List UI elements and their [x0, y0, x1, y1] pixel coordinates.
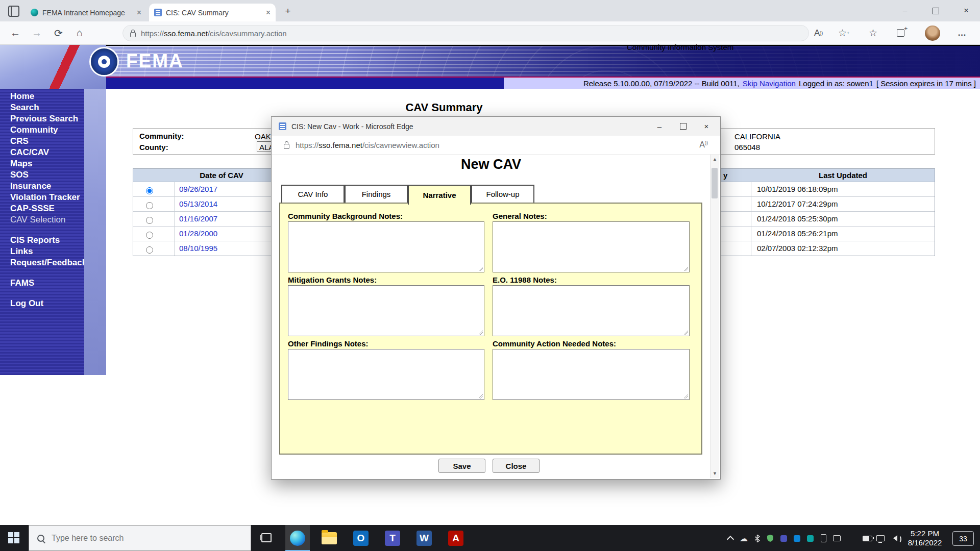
app-tray-icon[interactable] — [803, 532, 817, 545]
tab-cav-info[interactable]: CAV Info — [281, 185, 345, 204]
address-bar[interactable]: https://sso.fema.net/cis/cavsummary.acti… — [122, 25, 809, 41]
back-icon[interactable]: ← — [10, 21, 20, 44]
window-minimize-button[interactable]: – — [893, 0, 917, 21]
sidebar-item-crs[interactable]: CRS — [0, 136, 84, 147]
release-bar: Release 5.10.00.00, 07/19/2022 -- Build … — [106, 78, 980, 89]
battery-icon[interactable] — [861, 532, 874, 545]
tab-title: FEMA Intranet Homepage — [42, 9, 125, 17]
sidebar-item-search[interactable]: Search — [0, 102, 84, 113]
task-view-icon[interactable] — [261, 533, 272, 542]
sidebar-item-log-out[interactable]: Log Out — [0, 298, 84, 309]
scroll-up-icon[interactable]: ▲ — [710, 157, 719, 162]
sidebar-item-sos[interactable]: SOS — [0, 169, 84, 181]
sidebar-item-violation-tracker[interactable]: Violation Tracker — [0, 192, 84, 203]
taskbar-clock[interactable]: 5:22 PM 8/16/2022 — [903, 529, 946, 547]
community-background-notes-textarea[interactable] — [288, 221, 484, 272]
camera-icon[interactable] — [830, 532, 843, 545]
taskbar-app-outlook[interactable]: O — [349, 525, 373, 551]
tab-close-icon[interactable]: × — [137, 9, 141, 17]
cav-row-radio[interactable] — [146, 202, 153, 209]
cav-row-radio[interactable] — [146, 217, 153, 224]
onedrive-icon[interactable]: ☁ — [737, 532, 750, 545]
general-notes-textarea[interactable] — [493, 221, 690, 272]
notification-center-icon[interactable]: 33 — [952, 531, 974, 546]
teams-tray-icon[interactable] — [777, 532, 790, 545]
sidebar-item-cap-ssse[interactable]: CAP-SSSE — [0, 203, 84, 214]
sidebar-item-cac-cav[interactable]: CAC/CAV — [0, 147, 84, 158]
sidebar-item-community[interactable]: Community — [0, 124, 84, 136]
scrollbar-thumb[interactable] — [712, 168, 718, 198]
community-value: OAK — [255, 132, 271, 141]
cav-row-radio[interactable] — [146, 246, 153, 254]
community-action-needed-notes-textarea[interactable] — [493, 349, 690, 400]
other-findings-notes-textarea[interactable] — [288, 349, 484, 400]
browser-tab-fema-intranet[interactable]: FEMA Intranet Homepage × — [26, 4, 146, 21]
popup-title-bar[interactable]: CIS: New Cav - Work - Microsoft Edge – × — [272, 117, 720, 136]
network-icon[interactable] — [874, 532, 887, 545]
mitigation-grants-notes-textarea[interactable] — [288, 285, 484, 336]
tab-narrative[interactable]: Narrative — [408, 185, 471, 205]
cav-date-link[interactable]: 09/26/2017 — [179, 185, 217, 193]
release-bar-filler — [106, 78, 504, 89]
cav-date-link[interactable]: 01/16/2007 — [179, 214, 217, 223]
volume-icon[interactable] — [887, 532, 900, 545]
read-aloud-icon[interactable]: A)) — [699, 140, 708, 149]
collections-icon[interactable] — [897, 21, 904, 44]
taskbar-search-box[interactable] — [29, 525, 251, 551]
sidebar-item-links[interactable]: Links — [0, 246, 84, 257]
eo-11988-notes-textarea[interactable] — [493, 285, 690, 336]
profile-avatar[interactable] — [925, 26, 940, 41]
tab-title: CIS: CAV Summary — [166, 9, 229, 17]
cav-date-link[interactable]: 05/13/2014 — [179, 199, 217, 208]
sync-tray-icon[interactable] — [790, 532, 803, 545]
tab-actions-icon[interactable] — [8, 6, 19, 17]
sidebar-item-fams[interactable]: FAMS — [0, 278, 84, 289]
cav-row-radio[interactable] — [146, 232, 153, 239]
browser-menu-icon[interactable]: … — [958, 21, 966, 44]
sidebar-item-previous-search[interactable]: Previous Search — [0, 113, 84, 124]
home-icon[interactable]: ⌂ — [77, 21, 83, 44]
tab-follow-up[interactable]: Follow-up — [471, 185, 534, 204]
popup-close-button[interactable]: × — [695, 117, 718, 135]
sidebar-item-home[interactable]: Home — [0, 91, 84, 102]
tray-chevron-up-icon[interactable] — [724, 532, 737, 545]
cav-row-radio[interactable] — [146, 187, 153, 194]
taskbar-app-acrobat[interactable]: A — [444, 525, 468, 551]
start-button[interactable] — [8, 532, 19, 543]
security-shield-icon[interactable] — [764, 532, 777, 545]
popup-url: https://sso.fema.net/cis/cavnewview.acti… — [296, 141, 439, 149]
scroll-down-icon[interactable]: ▼ — [710, 471, 719, 476]
cav-date-link[interactable]: 01/28/2000 — [179, 229, 217, 238]
read-aloud-icon[interactable]: A)) — [814, 21, 823, 44]
popup-maximize-button[interactable] — [671, 117, 695, 135]
favorites-icon[interactable]: ☆ — [869, 21, 877, 44]
sidebar-item-cav-selection[interactable]: CAV Selection — [0, 214, 84, 226]
phone-icon[interactable] — [817, 532, 830, 545]
window-close-button[interactable]: × — [954, 0, 978, 21]
community-action-needed-notes-label: Community Action Needed Notes: — [493, 339, 616, 348]
close-button[interactable]: Close — [493, 459, 540, 473]
add-favorite-icon[interactable]: ☆+ — [838, 21, 849, 44]
sidebar-item-request-feedback[interactable]: Request/Feedback — [0, 257, 84, 268]
taskbar-app-edge[interactable] — [285, 525, 310, 551]
tab-close-icon[interactable]: × — [266, 9, 271, 17]
popup-minimize-button[interactable]: – — [648, 117, 671, 135]
new-tab-button[interactable]: + — [282, 5, 294, 17]
skip-navigation-link[interactable]: Skip Navigation — [743, 79, 796, 88]
taskbar-app-teams[interactable]: T — [380, 525, 405, 551]
window-maximize-button[interactable] — [924, 0, 947, 21]
browser-tab-cav-summary[interactable]: CIS: CAV Summary × — [149, 4, 276, 21]
taskbar-app-file-explorer[interactable] — [317, 525, 341, 551]
popup-scrollbar[interactable]: ▲ ▼ — [710, 155, 719, 478]
sidebar-item-insurance[interactable]: Insurance — [0, 181, 84, 192]
tab-findings[interactable]: Findings — [345, 185, 408, 204]
sidebar-item-maps[interactable]: Maps — [0, 158, 84, 169]
forward-icon[interactable]: → — [32, 21, 42, 44]
bluetooth-icon[interactable] — [750, 532, 764, 545]
cav-date-link[interactable]: 08/10/1995 — [179, 244, 217, 253]
taskbar-app-word[interactable]: W — [412, 525, 436, 551]
save-button[interactable]: Save — [438, 459, 485, 473]
refresh-icon[interactable]: ⟳ — [54, 21, 63, 44]
search-input[interactable] — [51, 533, 221, 543]
sidebar-item-cis-reports[interactable]: CIS Reports — [0, 235, 84, 246]
